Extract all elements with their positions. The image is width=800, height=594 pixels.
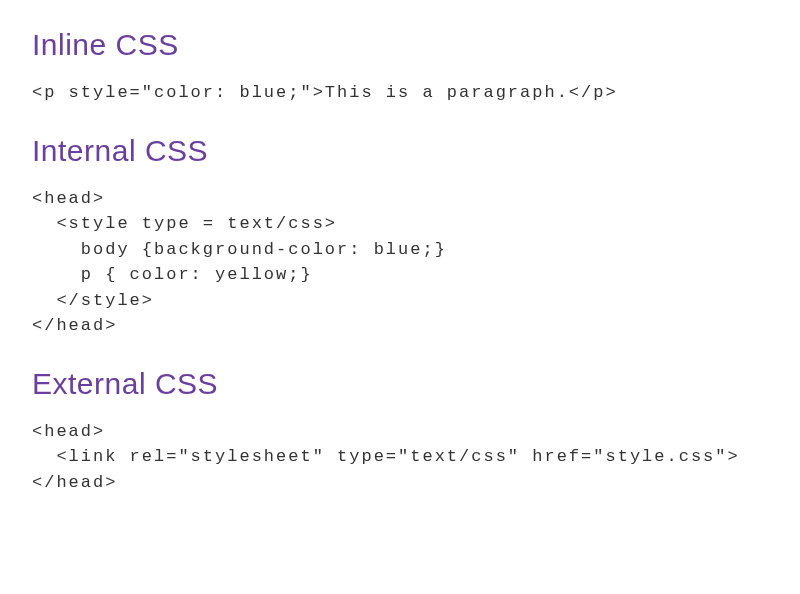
section-external-css: External CSS <head> <link rel="styleshee… — [32, 367, 768, 496]
section-inline-css: Inline CSS <p style="color: blue;">This … — [32, 28, 768, 106]
heading-internal-css: Internal CSS — [32, 134, 768, 168]
code-external-css: <head> <link rel="stylesheet" type="text… — [32, 419, 768, 496]
heading-inline-css: Inline CSS — [32, 28, 768, 62]
heading-external-css: External CSS — [32, 367, 768, 401]
code-inline-css: <p style="color: blue;">This is a paragr… — [32, 80, 768, 106]
code-internal-css: <head> <style type = text/css> body {bac… — [32, 186, 768, 339]
section-internal-css: Internal CSS <head> <style type = text/c… — [32, 134, 768, 339]
